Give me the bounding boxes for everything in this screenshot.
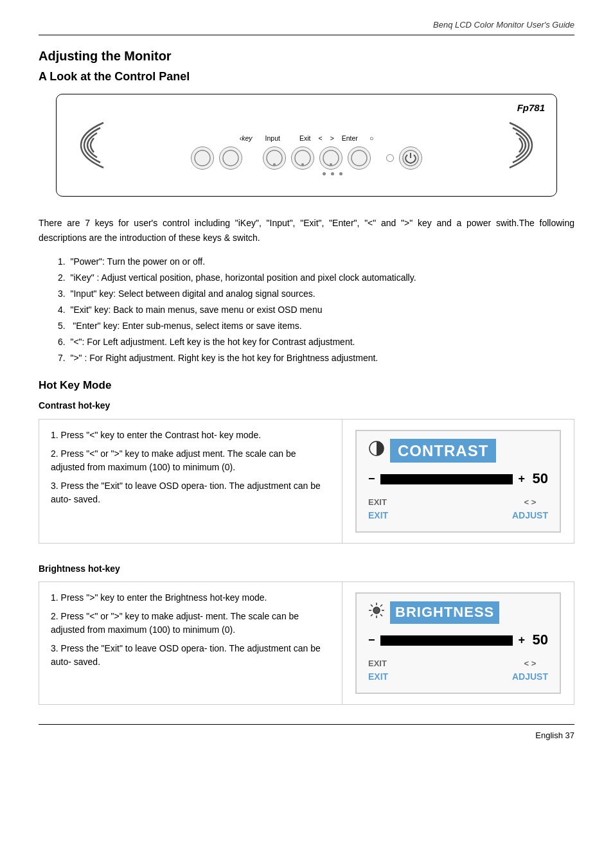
minus-icon: −: [368, 471, 375, 487]
plus-icon: +: [518, 471, 525, 487]
brightness-value: 50: [530, 630, 548, 650]
brightness-arrow-label2: ADJUST: [512, 671, 548, 684]
led-dot2: [331, 172, 334, 175]
header: Benq LCD Color Monitor User's Guide: [39, 19, 574, 35]
osd-slider-row: − + 50: [368, 469, 548, 489]
list-item: 1. "Power": Turn the power on or off.: [58, 255, 574, 269]
power-dot: [386, 154, 394, 162]
brightness-minus-icon: −: [368, 632, 375, 648]
contrast-value: 50: [530, 469, 548, 489]
osd-bottom-row: EXIT EXIT < > ADJUST: [368, 497, 548, 522]
key-list: 1. "Power": Turn the power on or off. 2.…: [58, 255, 574, 365]
list-item: Press the "Exit" to leave OSD opera- tio…: [51, 479, 330, 506]
hotkey-title: Hot Key Mode: [39, 378, 574, 393]
brightness-subtitle: Brightness hot-key: [39, 563, 574, 576]
page: Benq LCD Color Monitor User's Guide Adju…: [0, 0, 613, 868]
section-title: Adjusting the Monitor: [39, 47, 574, 65]
svg-point-5: [301, 163, 304, 166]
brightness-arrow-label1: < >: [524, 658, 537, 669]
list-item: Press "<" or ">" key to make adjust- men…: [51, 610, 330, 637]
svg-point-7: [330, 163, 332, 166]
brightness-arrow-col: < > ADJUST: [512, 658, 548, 684]
brightness-icon: [368, 602, 385, 623]
list-item: 6. "<": For Left adjustment. Left key is…: [58, 335, 574, 349]
list-item: Press ">" key to enter the Brightness ho…: [51, 591, 330, 605]
svg-line-18: [380, 605, 382, 607]
brightness-osd: BRIGHTNESS − + 50 EXIT EXIT: [355, 592, 561, 693]
osd-contrast-title: CONTRAST: [390, 439, 496, 463]
power-button[interactable]: [399, 146, 422, 170]
brightness-instructions: Press ">" key to enter the Brightness ho…: [39, 582, 342, 704]
osd-brightness-bottom-row: EXIT EXIT < > ADJUST: [368, 658, 548, 684]
brightness-exit-label1: EXIT: [368, 658, 388, 669]
list-item: 4. "Exit" key: Back to main menus, save …: [58, 303, 574, 317]
svg-point-3: [273, 163, 276, 166]
subsection-title: A Look at the Control Panel: [39, 69, 574, 85]
left-button[interactable]: [291, 146, 314, 170]
brightness-slider-track: [380, 635, 513, 646]
list-item: Press the "Exit" to leave OSD opera- tio…: [51, 642, 330, 669]
speaker-left: [68, 120, 107, 171]
brightness-display: BRIGHTNESS − + 50 EXIT EXIT: [342, 582, 574, 704]
exit-label: Exit: [299, 134, 311, 143]
exit-button[interactable]: [263, 146, 286, 170]
osd-brightness-title: BRIGHTNESS: [390, 601, 499, 624]
right-label: >: [330, 134, 334, 143]
exit-col: EXIT EXIT: [368, 497, 388, 522]
header-title: Benq LCD Color Monitor User's Guide: [433, 19, 574, 31]
monitor-panel: Fp781 ‹key Input Exit < > Enter ○: [56, 94, 557, 197]
contrast-instructions: Press "<" key to enter the Contrast hot-…: [39, 420, 342, 543]
exit-label2: EXIT: [368, 509, 388, 522]
svg-line-16: [371, 605, 373, 607]
contrast-osd: CONTRAST − + 50 EXIT EXIT: [355, 430, 561, 533]
contrast-subtitle: Contrast hot-key: [39, 400, 574, 412]
enter-label: Enter: [342, 134, 358, 143]
speaker-right: [506, 120, 545, 171]
svg-line-19: [371, 614, 373, 616]
svg-point-8: [351, 150, 367, 166]
contrast-display: CONTRAST − + 50 EXIT EXIT: [342, 420, 574, 543]
led-dot1: [323, 172, 326, 175]
power-icon: ○: [369, 134, 373, 143]
osd-brightness-title-row: BRIGHTNESS: [368, 601, 548, 624]
enter-button[interactable]: [348, 146, 371, 170]
osd-title-row: CONTRAST: [368, 439, 548, 463]
monitor-model: Fp781: [517, 101, 545, 114]
contrast-panel: Press "<" key to enter the Contrast hot-…: [39, 419, 574, 544]
svg-point-11: [373, 607, 380, 614]
footer: English 37: [39, 724, 574, 741]
list-item: 5. "Enter" key: Enter sub-menus, select …: [58, 319, 574, 333]
contrast-icon: [368, 440, 385, 461]
intro-text: There are 7 keys for user's control incl…: [39, 216, 574, 245]
list-item: Press "<" or ">" key to make adjust ment…: [51, 447, 330, 474]
brightness-panel: Press ">" key to enter the Brightness ho…: [39, 581, 574, 704]
control-panel-center: ‹key Input Exit < > Enter ○: [107, 134, 506, 176]
svg-point-1: [223, 150, 238, 166]
list-item: 3. "Input" key: Select between digital a…: [58, 287, 574, 301]
svg-line-17: [380, 614, 382, 616]
arrow-col: < > ADJUST: [512, 497, 548, 522]
list-item: 2. "iKey" : Adjust vertical position, ph…: [58, 271, 574, 285]
right-button[interactable]: [319, 146, 342, 170]
osd-brightness-slider-row: − + 50: [368, 630, 548, 650]
list-item: 7. ">" : For Right adjustment. Right key…: [58, 351, 574, 365]
arrow-label2: ADJUST: [512, 509, 548, 522]
exit-label1: EXIT: [368, 497, 388, 508]
led-dot3: [339, 172, 342, 175]
input-label: Input: [265, 134, 280, 143]
ikey-label: ‹key: [240, 134, 253, 143]
slider-track: [380, 474, 513, 484]
footer-text: English 37: [535, 730, 574, 741]
brightness-plus-icon: +: [518, 632, 525, 648]
svg-point-0: [195, 150, 210, 166]
input-button[interactable]: [219, 146, 242, 170]
arrow-label1: < >: [524, 497, 537, 508]
brightness-exit-label2: EXIT: [368, 671, 388, 684]
ikey-button[interactable]: [191, 146, 214, 170]
left-label: <: [318, 134, 322, 143]
list-item: Press "<" key to enter the Contrast hot-…: [51, 429, 330, 442]
brightness-exit-col: EXIT EXIT: [368, 658, 388, 684]
